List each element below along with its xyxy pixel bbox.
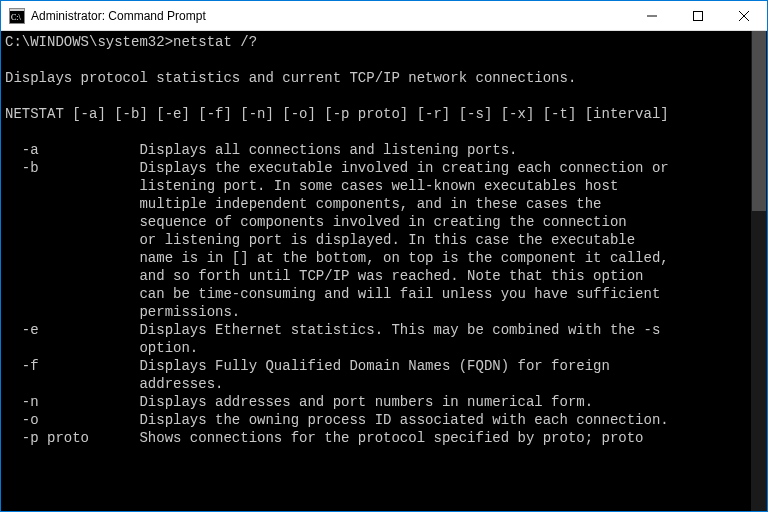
window-controls [629,1,767,30]
svg-text:C:\: C:\ [11,13,22,22]
window-title: Administrator: Command Prompt [31,9,629,23]
close-button[interactable] [721,1,767,30]
scrollbar[interactable] [751,31,767,511]
terminal-area: C:\WINDOWS\system32>netstat /? Displays … [1,31,767,511]
cmd-icon: C:\ [9,8,25,24]
svg-rect-5 [694,11,703,20]
titlebar[interactable]: C:\ Administrator: Command Prompt [1,1,767,31]
scrollbar-thumb[interactable] [752,31,766,211]
terminal-output[interactable]: C:\WINDOWS\system32>netstat /? Displays … [1,31,751,511]
maximize-button[interactable] [675,1,721,30]
minimize-button[interactable] [629,1,675,30]
